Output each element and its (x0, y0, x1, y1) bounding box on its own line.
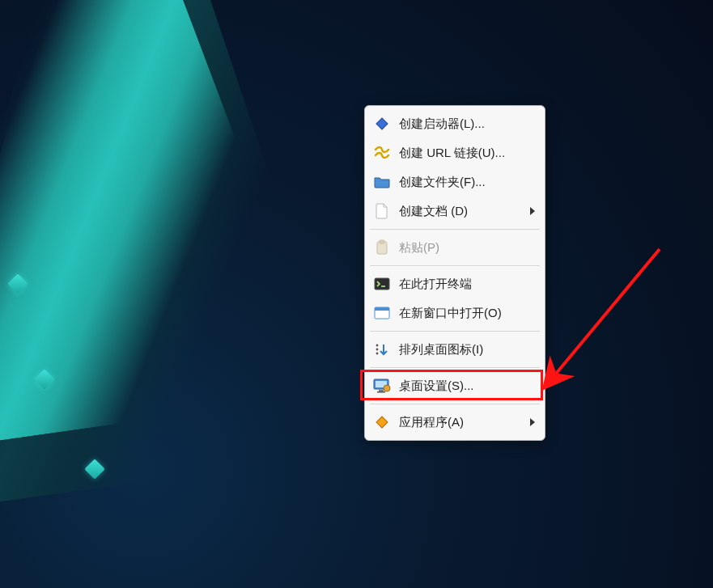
menu-separator (370, 229, 540, 230)
svg-point-9 (376, 353, 379, 355)
menu-separator (370, 367, 540, 368)
window-blue-icon (373, 304, 391, 322)
menu-item-create-launcher[interactable]: 创建启动器(L)... (365, 109, 545, 138)
svg-rect-15 (376, 417, 388, 428)
menu-item-applications[interactable]: 应用程序(A) (365, 408, 545, 437)
display-settings-icon (373, 377, 391, 395)
diamond-orange-icon (373, 413, 391, 431)
menu-item-label: 桌面设置(S)... (399, 379, 535, 394)
clipboard-icon (373, 239, 391, 256)
link-yellow-icon (373, 144, 391, 162)
menu-item-desktop-settings[interactable]: 桌面设置(S)... (365, 371, 545, 400)
terminal-icon (373, 275, 391, 293)
diamond-blue-icon (373, 115, 391, 133)
svg-point-7 (376, 345, 379, 347)
menu-item-label: 应用程序(A) (399, 415, 524, 430)
menu-item-open-window[interactable]: 在新窗口中打开(O) (365, 298, 545, 328)
svg-line-16 (544, 249, 660, 388)
menu-separator (370, 331, 540, 332)
menu-item-label: 创建文档 (D) (399, 204, 524, 219)
svg-rect-2 (380, 240, 384, 243)
menu-item-create-folder[interactable]: 创建文件夹(F)... (365, 167, 545, 197)
menu-item-label: 排列桌面图标(I) (399, 342, 535, 357)
menu-item-label: 创建启动器(L)... (399, 116, 535, 132)
svg-rect-3 (375, 278, 389, 290)
menu-item-create-url[interactable]: 创建 URL 链接(U)... (365, 138, 545, 167)
menu-item-label: 在此打开终端 (399, 277, 535, 292)
svg-point-8 (376, 349, 379, 351)
folder-blue-icon (373, 173, 391, 191)
submenu-arrow-icon (530, 418, 535, 426)
menu-item-arrange-icons[interactable]: 排列桌面图标(I) (365, 335, 545, 364)
menu-item-label: 在新窗口中打开(O) (399, 306, 535, 321)
menu-separator (370, 265, 540, 266)
desktop-background[interactable]: 创建启动器(L)...创建 URL 链接(U)...创建文件夹(F)...创建文… (0, 0, 713, 588)
menu-item-label: 粘贴(P) (399, 240, 535, 256)
menu-item-create-document[interactable]: 创建文档 (D) (365, 197, 545, 226)
desktop-context-menu: 创建启动器(L)...创建 URL 链接(U)...创建文件夹(F)...创建文… (364, 105, 545, 441)
svg-point-14 (384, 385, 390, 391)
document-blank-icon (373, 202, 391, 220)
svg-rect-13 (377, 391, 385, 393)
menu-separator (370, 404, 540, 404)
menu-item-label: 创建 URL 链接(U)... (399, 146, 535, 161)
svg-rect-0 (376, 118, 388, 129)
sort-arrows-icon (373, 341, 391, 358)
svg-rect-6 (375, 307, 389, 311)
menu-item-open-terminal[interactable]: 在此打开终端 (365, 269, 545, 298)
submenu-arrow-icon (530, 207, 535, 215)
svg-rect-12 (379, 390, 384, 391)
menu-item-label: 创建文件夹(F)... (399, 175, 535, 190)
menu-item-paste: 粘贴(P) (365, 233, 545, 262)
